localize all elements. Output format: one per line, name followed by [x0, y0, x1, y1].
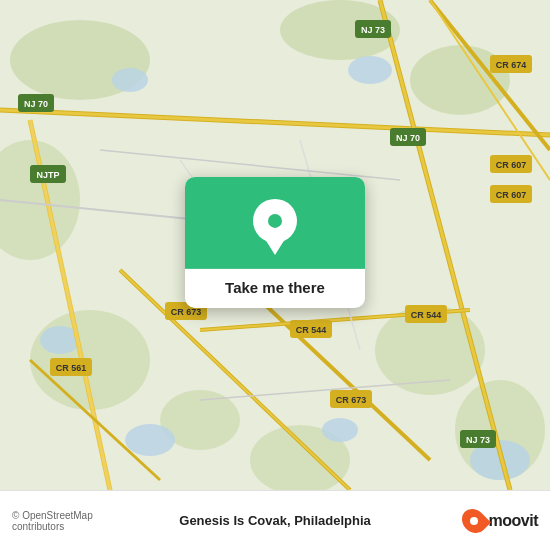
moovit-text: moovit [489, 512, 538, 530]
map-attribution: © OpenStreetMap contributors [12, 510, 140, 532]
location-card: Take me there [185, 177, 365, 308]
moovit-logo: moovit [411, 508, 539, 534]
svg-text:NJ 70: NJ 70 [396, 133, 420, 143]
card-header [185, 177, 365, 269]
svg-point-10 [112, 68, 148, 92]
moovit-pin-icon [457, 504, 491, 538]
svg-text:CR 561: CR 561 [56, 363, 87, 373]
svg-text:CR 544: CR 544 [296, 325, 327, 335]
svg-text:CR 673: CR 673 [171, 307, 202, 317]
svg-text:CR 607: CR 607 [496, 190, 527, 200]
svg-text:NJ 70: NJ 70 [24, 99, 48, 109]
svg-text:CR 607: CR 607 [496, 160, 527, 170]
map-container: NJ 70 NJ 73 NJ 70 CR 674 CR 607 CR 607 N… [0, 0, 550, 490]
svg-text:NJ 73: NJ 73 [466, 435, 490, 445]
svg-text:CR 674: CR 674 [496, 60, 527, 70]
location-name: Genesis Is Covak, Philadelphia [148, 513, 403, 528]
svg-point-11 [348, 56, 392, 84]
svg-point-13 [125, 424, 175, 456]
svg-point-14 [322, 418, 358, 442]
bottom-bar: © OpenStreetMap contributors Genesis Is … [0, 490, 550, 550]
location-pin-icon [253, 199, 297, 251]
svg-text:NJTP: NJTP [36, 170, 59, 180]
svg-text:NJ 73: NJ 73 [361, 25, 385, 35]
take-me-there-button[interactable]: Take me there [211, 269, 339, 308]
svg-text:CR 544: CR 544 [411, 310, 442, 320]
svg-text:CR 673: CR 673 [336, 395, 367, 405]
